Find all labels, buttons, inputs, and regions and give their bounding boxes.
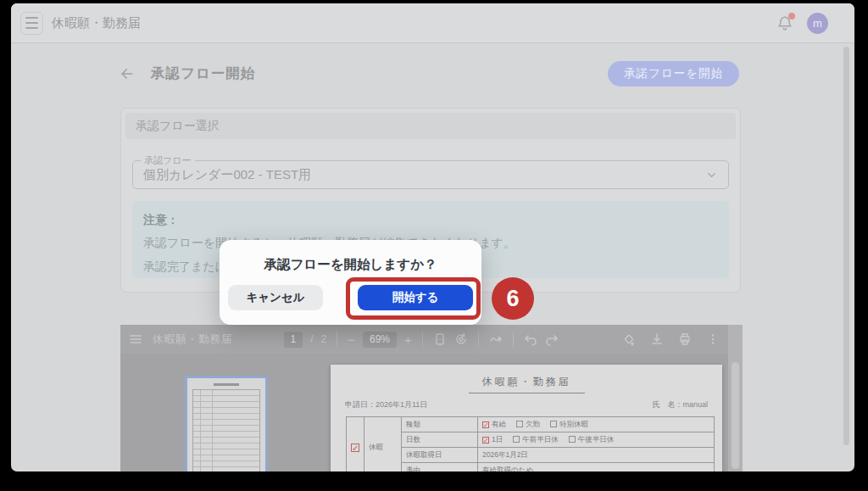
- applicant-name: 氏 名：manual: [652, 399, 708, 410]
- thumbnail-title-bar: [214, 383, 239, 386]
- select-label: 承認フロー: [141, 154, 195, 167]
- zoom-level[interactable]: 69%: [363, 332, 397, 348]
- row-value: 2026年1月2日: [478, 448, 715, 463]
- print-icon[interactable]: [678, 332, 692, 346]
- document-title: 休暇願・勤務届: [469, 375, 585, 393]
- document-table: ✓休暇種類✓有給欠勤特別休暇日数✓1日午前半日休午後半日休休暇取得日2026年1…: [346, 416, 715, 471]
- row-value: ✓1日午前半日休午後半日休: [478, 432, 715, 448]
- app-header: 休暇願・勤務届 m: [11, 3, 854, 43]
- checkbox-option: 欠勤: [516, 420, 540, 428]
- checkbox-option: ✓有給: [482, 420, 506, 428]
- user-avatar[interactable]: m: [807, 13, 828, 34]
- select-value: 個別カレンダー002 - TEST用: [143, 167, 311, 183]
- header-actions: m: [776, 13, 828, 34]
- table-row: 事由有給取得のため: [347, 463, 715, 472]
- back-arrow-icon[interactable]: [119, 65, 136, 82]
- pdf-page-input[interactable]: 1: [284, 332, 303, 348]
- pdf-sidebar-toggle-icon[interactable]: [129, 332, 142, 346]
- start-approval-flow-button[interactable]: 承諾フローを開始: [608, 61, 739, 86]
- checkbox-option: 特別休暇: [550, 420, 588, 428]
- pdf-body: 休暇願・勤務届 申請日：2026年1月11日 氏 名：manual ✓休暇種類✓…: [120, 354, 728, 471]
- category-label: 休暇: [364, 417, 402, 472]
- pdf-viewer: 休暇願・勤務届 1 / 2 − 69% +: [120, 325, 743, 471]
- row-value: ✓有給欠勤特別休暇: [478, 417, 715, 432]
- redo-icon[interactable]: [545, 332, 559, 346]
- row-label: 日数: [402, 432, 478, 448]
- table-row: ✓休暇種類✓有給欠勤特別休暇: [347, 417, 715, 432]
- pdf-toolbar-right: [622, 332, 720, 346]
- add-stamp-icon[interactable]: [622, 332, 636, 346]
- screenshot-frame: 休暇願・勤務届 m 承認フロー開始 承諾フローを開始 承認フ: [0, 0, 868, 491]
- table-row: 日数✓1日午前半日休午後半日休: [347, 432, 715, 448]
- table-row: 休暇取得日2026年1月2日: [347, 448, 715, 463]
- pdf-toolbar: 休暇願・勤務届 1 / 2 − 69% +: [120, 325, 728, 354]
- row-value: 有給取得のため: [478, 463, 715, 472]
- category-checkbox: ✓: [347, 417, 364, 472]
- notification-bell-icon[interactable]: [776, 14, 793, 32]
- app-title: 休暇願・勤務届: [52, 15, 141, 31]
- page-title: 承認フロー開始: [151, 64, 255, 83]
- highlight-rectangle: [346, 277, 481, 320]
- menu-icon[interactable]: [20, 12, 43, 35]
- row-label: 事由: [402, 463, 478, 472]
- ink-annotation-icon[interactable]: [489, 332, 503, 346]
- app-window: 休暇願・勤務届 m 承認フロー開始 承諾フローを開始 承認フ: [11, 3, 854, 471]
- pdf-page-separator: /: [310, 333, 313, 345]
- cancel-button[interactable]: キャンセル: [228, 285, 323, 310]
- page-scrollbar-thumb[interactable]: [843, 47, 849, 445]
- more-options-icon[interactable]: [706, 332, 720, 346]
- approval-flow-select[interactable]: 承認フロー 個別カレンダー002 - TEST用: [132, 160, 729, 189]
- thumbnail-table: [192, 389, 260, 471]
- chevron-down-icon: [705, 169, 718, 181]
- step-number-badge: 6: [492, 277, 534, 320]
- checkbox-option: ✓1日: [482, 435, 503, 444]
- document-meta: 申請日：2026年1月11日 氏 名：manual: [331, 399, 722, 410]
- pdf-document-page: 休暇願・勤務届 申請日：2026年1月11日 氏 名：manual ✓休暇種類✓…: [331, 365, 722, 471]
- dialog-title: 承認フローを開始しますか？: [220, 256, 481, 274]
- pdf-thumbnail-page1[interactable]: [185, 376, 268, 471]
- pdf-toolbar-center: 1 / 2 − 69% +: [284, 332, 559, 348]
- pdf-total-pages: 2: [321, 333, 327, 345]
- pdf-scrollbar-thumb[interactable]: [732, 362, 739, 469]
- download-icon[interactable]: [650, 332, 664, 346]
- checkbox-option: 午前半日休: [513, 435, 559, 444]
- notification-badge: [788, 13, 795, 20]
- notice-title: 注意：: [143, 209, 718, 232]
- pdf-doc-title: 休暇願・勤務届: [153, 332, 233, 347]
- zoom-in-button[interactable]: +: [404, 333, 412, 346]
- undo-icon[interactable]: [524, 332, 537, 346]
- application-date: 申請日：2026年1月11日: [345, 399, 427, 410]
- rotate-page-icon[interactable]: [454, 332, 468, 346]
- pdf-scrollbar-track[interactable]: [728, 325, 743, 471]
- fit-page-icon[interactable]: [433, 332, 447, 346]
- zoom-out-button[interactable]: −: [348, 333, 355, 346]
- row-label: 休暇取得日: [402, 448, 478, 463]
- checkbox-option: 午後半日休: [569, 435, 615, 444]
- section-header: 承認フロー選択: [125, 113, 736, 139]
- row-label: 種類: [402, 417, 478, 432]
